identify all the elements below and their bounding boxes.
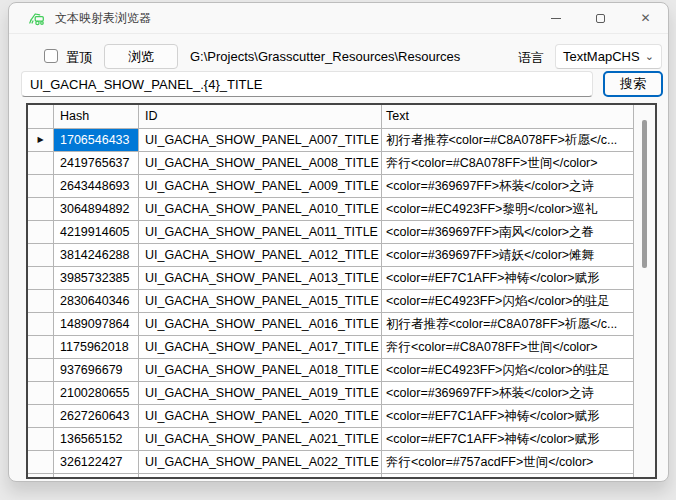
- hash-cell[interactable]: 2643448693: [54, 175, 139, 197]
- close-button[interactable]: ✕: [623, 3, 668, 33]
- text-cell[interactable]: <color=#EF7C1AFF>神铸</color>赋形: [382, 428, 634, 450]
- hash-cell[interactable]: 1175962018: [54, 336, 139, 358]
- row-header-cell[interactable]: [28, 244, 54, 266]
- id-cell[interactable]: UI_GACHA_SHOW_PANEL_A015_TITLE: [139, 290, 382, 312]
- maximize-icon: [596, 14, 605, 23]
- row-header-cell[interactable]: [28, 382, 54, 404]
- table-row[interactable]: 937696679 UI_GACHA_SHOW_PANEL_A018_TITLE…: [28, 359, 634, 382]
- text-cell[interactable]: 初行者推荐<color=#C8A078FF>祈愿</c...: [382, 129, 634, 151]
- id-cell[interactable]: UI_GACHA_SHOW_PANEL_A017_TITLE: [139, 336, 382, 358]
- table-row[interactable]: 2419765637 UI_GACHA_SHOW_PANEL_A008_TITL…: [28, 152, 634, 175]
- window-controls: ✕: [533, 3, 668, 33]
- search-input[interactable]: [21, 71, 593, 97]
- table-row[interactable]: 4219914605 UI_GACHA_SHOW_PANEL_A011_TITL…: [28, 221, 634, 244]
- close-icon: ✕: [640, 12, 650, 24]
- hash-cell[interactable]: 3985732385: [54, 267, 139, 289]
- table-row[interactable]: 3985732385 UI_GACHA_SHOW_PANEL_A013_TITL…: [28, 267, 634, 290]
- row-header-cell[interactable]: [28, 198, 54, 220]
- partial-table-row[interactable]: 初行者推荐<color=#C8A078FF>祈愿</c...: [28, 474, 634, 477]
- hash-cell[interactable]: 2100280655: [54, 382, 139, 404]
- text-cell[interactable]: <color=#EF7C1AFF>神铸</color>赋形: [382, 405, 634, 427]
- id-cell[interactable]: UI_GACHA_SHOW_PANEL_A020_TITLE: [139, 405, 382, 427]
- text-cell[interactable]: <color=#369697FF>杯装</color>之诗: [382, 175, 634, 197]
- language-select[interactable]: TextMapCHS ⌄: [555, 44, 662, 69]
- table-row[interactable]: 2627260643 UI_GACHA_SHOW_PANEL_A020_TITL…: [28, 405, 634, 428]
- row-header-corner-cell[interactable]: [28, 105, 54, 128]
- id-cell[interactable]: UI_GACHA_SHOW_PANEL_A008_TITLE: [139, 152, 382, 174]
- pin-on-top-label[interactable]: 置顶: [66, 49, 92, 67]
- id-cell[interactable]: UI_GACHA_SHOW_PANEL_A012_TITLE: [139, 244, 382, 266]
- language-select-value: TextMapCHS: [563, 49, 640, 64]
- row-header-cell[interactable]: [28, 359, 54, 381]
- hash-cell[interactable]: 3064894892: [54, 198, 139, 220]
- id-cell[interactable]: UI_GACHA_SHOW_PANEL_A021_TITLE: [139, 428, 382, 450]
- id-cell[interactable]: UI_GACHA_SHOW_PANEL_A011_TITLE: [139, 221, 382, 243]
- id-cell[interactable]: UI_GACHA_SHOW_PANEL_A010_TITLE: [139, 198, 382, 220]
- table-row[interactable]: 2830640346 UI_GACHA_SHOW_PANEL_A015_TITL…: [28, 290, 634, 313]
- hash-cell[interactable]: 2627260643: [54, 405, 139, 427]
- row-header-cell[interactable]: [28, 290, 54, 312]
- column-header-text[interactable]: Text: [382, 105, 634, 128]
- pin-on-top-checkbox[interactable]: [44, 49, 58, 63]
- search-button-label: 搜索: [620, 75, 646, 93]
- browse-button-label: 浏览: [128, 48, 154, 66]
- row-header-cell[interactable]: [28, 451, 54, 473]
- text-cell[interactable]: <color=#EC4923FF>黎明</color>巡礼: [382, 198, 634, 220]
- column-header-id[interactable]: ID: [139, 105, 382, 128]
- row-header-cell[interactable]: [28, 152, 54, 174]
- minimize-button[interactable]: [533, 3, 578, 33]
- text-cell[interactable]: 奔行<color=#757acdFF>世间</color>: [382, 451, 634, 473]
- vertical-scrollbar[interactable]: [634, 105, 655, 477]
- text-cell[interactable]: 初行者推荐<color=#C8A078FF>祈愿</c...: [382, 313, 634, 335]
- grid-rows-container: Hash ID Text ▶ 1706546433 UI_GACHA_SHOW_…: [28, 105, 634, 477]
- row-header-cell[interactable]: ▶: [28, 129, 54, 151]
- hash-cell[interactable]: 136565152: [54, 428, 139, 450]
- table-row[interactable]: 2100280655 UI_GACHA_SHOW_PANEL_A019_TITL…: [28, 382, 634, 405]
- id-cell[interactable]: UI_GACHA_SHOW_PANEL_A013_TITLE: [139, 267, 382, 289]
- text-cell[interactable]: <color=#EC4923FF>闪焰</color>的驻足: [382, 359, 634, 381]
- hash-cell[interactable]: 2419765637: [54, 152, 139, 174]
- row-header-cell[interactable]: [28, 175, 54, 197]
- text-cell[interactable]: 奔行<color=#C8A078FF>世间</color>: [382, 152, 634, 174]
- text-cell[interactable]: <color=#369697FF>南风</color>之眷: [382, 221, 634, 243]
- chevron-down-icon: ⌄: [645, 53, 654, 60]
- table-row[interactable]: ▶ 1706546433 UI_GACHA_SHOW_PANEL_A007_TI…: [28, 129, 634, 152]
- text-cell[interactable]: <color=#369697FF>靖妖</color>傩舞: [382, 244, 634, 266]
- id-cell[interactable]: UI_GACHA_SHOW_PANEL_A022_TITLE: [139, 451, 382, 473]
- row-header-cell[interactable]: [28, 405, 54, 427]
- row-header-cell[interactable]: [28, 313, 54, 335]
- id-cell[interactable]: UI_GACHA_SHOW_PANEL_A007_TITLE: [139, 129, 382, 151]
- table-row[interactable]: 3064894892 UI_GACHA_SHOW_PANEL_A010_TITL…: [28, 198, 634, 221]
- maximize-button[interactable]: [578, 3, 623, 33]
- title-bar: 文本映射表浏览器 ✕: [9, 3, 668, 34]
- id-cell[interactable]: UI_GACHA_SHOW_PANEL_A016_TITLE: [139, 313, 382, 335]
- row-header-cell[interactable]: [28, 221, 54, 243]
- row-header-cell[interactable]: [28, 336, 54, 358]
- text-cell[interactable]: <color=#369697FF>杯装</color>之诗: [382, 382, 634, 404]
- row-header-cell[interactable]: [28, 267, 54, 289]
- id-cell[interactable]: UI_GACHA_SHOW_PANEL_A018_TITLE: [139, 359, 382, 381]
- table-row[interactable]: 2643448693 UI_GACHA_SHOW_PANEL_A009_TITL…: [28, 175, 634, 198]
- hash-cell[interactable]: 1706546433: [54, 129, 139, 151]
- id-cell[interactable]: UI_GACHA_SHOW_PANEL_A009_TITLE: [139, 175, 382, 197]
- table-row[interactable]: 1489097864 UI_GACHA_SHOW_PANEL_A016_TITL…: [28, 313, 634, 336]
- column-header-hash[interactable]: Hash: [54, 105, 139, 128]
- text-cell[interactable]: <color=#EC4923FF>闪焰</color>的驻足: [382, 290, 634, 312]
- table-row[interactable]: 326122427 UI_GACHA_SHOW_PANEL_A022_TITLE…: [28, 451, 634, 474]
- hash-cell[interactable]: 3814246288: [54, 244, 139, 266]
- search-button[interactable]: 搜索: [603, 71, 663, 97]
- row-header-cell[interactable]: [28, 428, 54, 450]
- hash-cell[interactable]: 1489097864: [54, 313, 139, 335]
- id-cell[interactable]: UI_GACHA_SHOW_PANEL_A019_TITLE: [139, 382, 382, 404]
- table-row[interactable]: 136565152 UI_GACHA_SHOW_PANEL_A021_TITLE…: [28, 428, 634, 451]
- text-cell[interactable]: 奔行<color=#C8A078FF>世间</color>: [382, 336, 634, 358]
- text-cell[interactable]: <color=#EF7C1AFF>神铸</color>赋形: [382, 267, 634, 289]
- hash-cell[interactable]: 4219914605: [54, 221, 139, 243]
- hash-cell[interactable]: 937696679: [54, 359, 139, 381]
- hash-cell[interactable]: 326122427: [54, 451, 139, 473]
- table-row[interactable]: 1175962018 UI_GACHA_SHOW_PANEL_A017_TITL…: [28, 336, 634, 359]
- browse-button[interactable]: 浏览: [104, 44, 178, 69]
- scrollbar-thumb[interactable]: [642, 120, 647, 268]
- hash-cell[interactable]: 2830640346: [54, 290, 139, 312]
- table-row[interactable]: 3814246288 UI_GACHA_SHOW_PANEL_A012_TITL…: [28, 244, 634, 267]
